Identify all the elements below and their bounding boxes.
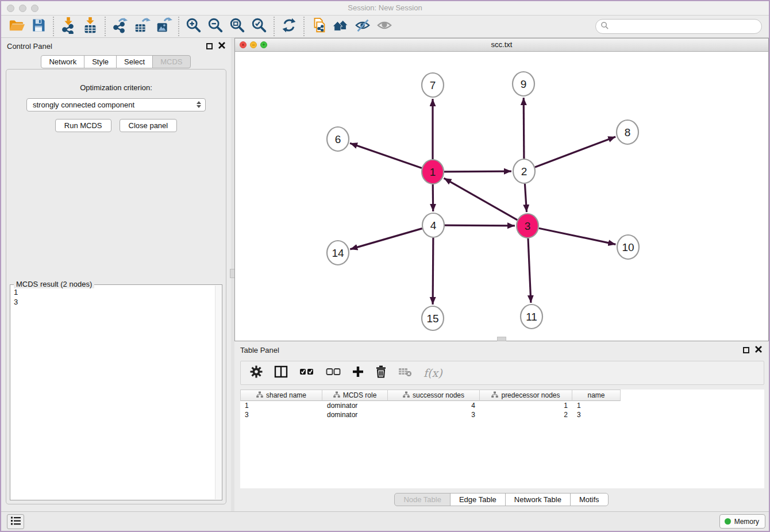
zoom-fit-button[interactable]	[226, 17, 248, 36]
tree-icon	[333, 391, 340, 400]
select-all-button[interactable]	[299, 367, 314, 379]
graph-node-label-3: 3	[525, 220, 531, 232]
zoom-out-button[interactable]	[205, 17, 226, 36]
zoom-in-button[interactable]	[183, 17, 205, 36]
graph-edge-1-4[interactable]	[433, 184, 433, 211]
show-panels-button[interactable]	[7, 514, 24, 529]
graph-node-label-11: 11	[526, 311, 537, 323]
table-row[interactable]: 1 dominator 4 1 1	[240, 401, 764, 410]
dropdown-stepper-icon	[197, 101, 201, 108]
table-settings-button[interactable]	[250, 365, 263, 380]
function-builder-button[interactable]: f(x)	[424, 367, 442, 379]
tab-motifs[interactable]: Motifs	[570, 493, 609, 506]
tree-icon	[491, 391, 498, 400]
table-tabs: Node Table Edge Table Network Table Moti…	[234, 493, 769, 506]
close-panel-button[interactable]: Close panel	[120, 119, 178, 132]
refresh-button[interactable]	[278, 17, 300, 36]
open-session-button[interactable]	[6, 17, 28, 36]
zoom-selected-icon	[251, 17, 268, 36]
graph-node-label-4: 4	[430, 219, 437, 232]
mcds-result-text[interactable]: 1 3	[11, 286, 214, 499]
network-canvas[interactable]: 7968124314101511	[235, 52, 768, 341]
add-row-button[interactable]	[352, 366, 364, 380]
result-scrollbar[interactable]	[215, 286, 221, 499]
tab-style[interactable]: Style	[84, 55, 117, 68]
graph-edge-4-3[interactable]	[445, 225, 515, 226]
hide-selected-button[interactable]	[352, 17, 374, 36]
delete-table-button[interactable]	[398, 367, 412, 379]
graph-edge-2-8[interactable]	[535, 137, 615, 167]
run-mcds-button[interactable]: Run MCDS	[55, 119, 111, 132]
import-table-button[interactable]	[79, 17, 101, 36]
optimization-criterion-select[interactable]: strongly connected component	[26, 98, 206, 111]
status-bar: Memory	[1, 511, 769, 531]
eye-slash-icon	[354, 17, 371, 36]
tab-edge-table[interactable]: Edge Table	[450, 493, 506, 506]
float-panel-icon[interactable]	[206, 43, 213, 49]
toolbar-separator	[274, 17, 275, 36]
column-header-predecessor-nodes[interactable]: predecessor nodes	[480, 390, 572, 401]
import-table-icon	[82, 17, 99, 36]
graph-edge-1-6[interactable]	[350, 143, 422, 168]
show-all-button[interactable]	[374, 17, 395, 36]
network-window-titlebar: × − + scc.txt	[235, 38, 768, 52]
column-header-name[interactable]: name	[572, 390, 621, 401]
graph-edge-4-15[interactable]	[433, 238, 433, 304]
global-search-field[interactable]	[595, 19, 762, 34]
toolbar-separator	[178, 17, 179, 36]
unchecked-boxes-icon	[326, 368, 341, 378]
column-header-mcds-role[interactable]: MCDS role	[322, 390, 388, 401]
import-network-icon	[60, 17, 77, 36]
toolbar-separator	[303, 17, 305, 36]
graph-node-label-15: 15	[426, 313, 438, 325]
two-homes-icon	[332, 17, 350, 36]
mcds-result-box: MCDS result (2 nodes) 1 3	[10, 284, 222, 500]
graph-edge-3-11[interactable]	[528, 238, 531, 303]
table-toolbar: f(x)	[240, 361, 764, 385]
column-header-successor-nodes[interactable]: successor nodes	[388, 390, 480, 401]
graph-edge-2-9[interactable]	[523, 98, 524, 159]
application-window: Session: New Session	[0, 0, 770, 532]
tab-mcds[interactable]: MCDS	[152, 55, 190, 68]
graph-edge-3-10[interactable]	[539, 228, 616, 244]
close-panel-icon[interactable]	[218, 41, 225, 51]
delete-row-button[interactable]	[375, 365, 387, 380]
control-panel: Control Panel Network Style Select MCDS …	[1, 38, 231, 511]
window-title: Session: New Session	[1, 3, 769, 12]
horizontal-splitter-grip[interactable]	[497, 337, 506, 341]
float-table-panel-icon[interactable]	[743, 347, 749, 353]
show-column-button[interactable]	[274, 365, 288, 380]
table-row[interactable]: 3 dominator 3 2 3	[240, 410, 764, 419]
tab-network[interactable]: Network	[41, 55, 84, 68]
graph-edge-1-2[interactable]	[444, 171, 511, 172]
tab-network-table[interactable]: Network Table	[505, 493, 571, 506]
control-panel-tabs: Network Style Select MCDS	[1, 55, 231, 68]
save-session-button[interactable]	[28, 17, 49, 36]
duplicate-network-icon	[310, 17, 328, 36]
main-toolbar	[1, 16, 769, 38]
unselect-all-button[interactable]	[326, 367, 341, 379]
graph-node-label-2: 2	[521, 165, 528, 178]
first-neighbors-button[interactable]	[330, 17, 352, 36]
graph-edge-2-3[interactable]	[525, 184, 526, 212]
export-image-button[interactable]	[153, 17, 175, 36]
export-table-button[interactable]	[131, 17, 153, 36]
search-input[interactable]	[612, 22, 761, 31]
table-panel-title: Table Panel	[240, 346, 279, 354]
open-folder-icon	[8, 17, 25, 36]
import-network-button[interactable]	[57, 17, 79, 36]
table-header-row: shared name MCDS role successor nodes pr…	[240, 390, 764, 401]
list-icon	[10, 516, 21, 528]
memory-button[interactable]: Memory	[719, 514, 765, 529]
column-header-shared-name[interactable]: shared name	[240, 390, 322, 401]
export-network-icon	[111, 17, 129, 36]
tab-node-table[interactable]: Node Table	[394, 493, 451, 506]
zoom-selected-button[interactable]	[248, 17, 270, 36]
duplicate-network-button[interactable]	[308, 17, 330, 36]
graph-edge-3-1[interactable]	[444, 178, 518, 220]
columns-icon	[274, 370, 288, 380]
close-table-panel-icon[interactable]	[755, 345, 762, 355]
tab-select[interactable]: Select	[116, 55, 153, 68]
graph-edge-4-14[interactable]	[350, 229, 422, 249]
export-network-button[interactable]	[109, 17, 131, 36]
